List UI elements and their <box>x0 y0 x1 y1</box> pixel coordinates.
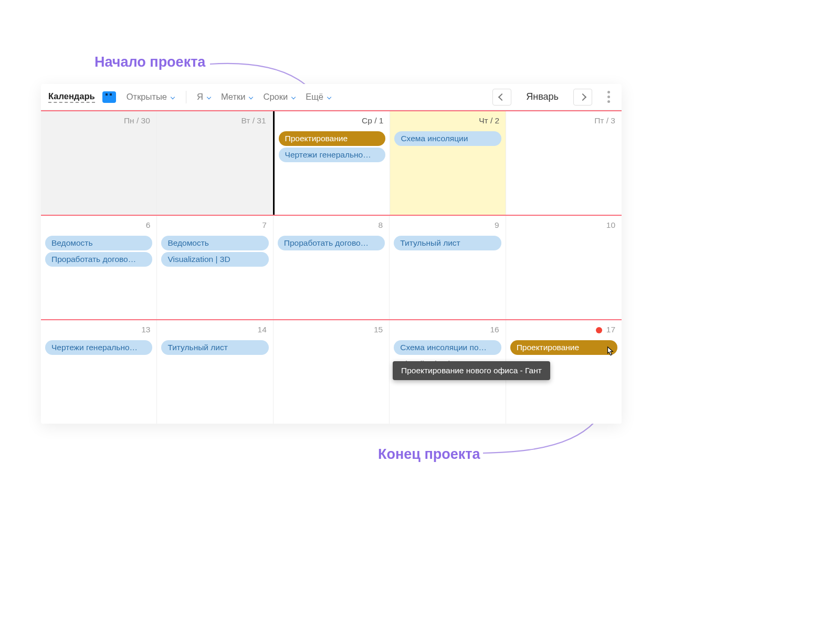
filter-tags-label: Метки <box>221 92 246 102</box>
current-month: Январь <box>526 91 559 102</box>
filter-dates-label: Сроки <box>263 92 288 102</box>
chevron-left-icon <box>498 93 506 100</box>
filter-open-label: Открытые <box>127 92 167 102</box>
filter-tags[interactable]: Метки <box>218 90 257 104</box>
calendar-row: 6ВедомостьПроработать догово…7ВедомостьV… <box>41 215 622 319</box>
day-label: Пн / 30 <box>44 114 153 130</box>
calendar-cell[interactable]: 9Титульный лист <box>390 216 506 319</box>
filter-me-label: Я <box>197 92 203 102</box>
calendar-cell[interactable]: 6ВедомостьПроработать догово… <box>41 216 157 319</box>
day-label: 15 <box>277 323 386 339</box>
day-label: 14 <box>160 323 269 339</box>
day-label: 7 <box>160 219 269 234</box>
filter-dates[interactable]: Сроки <box>260 90 299 104</box>
day-label: 6 <box>44 219 153 234</box>
calendar-cell[interactable]: Пт / 3 <box>506 111 622 215</box>
filter-open[interactable]: Открытые <box>123 90 178 104</box>
view-title[interactable]: Календарь <box>48 91 95 103</box>
day-label: Ср / 1 <box>278 114 387 130</box>
event-pill[interactable]: Ведомость <box>45 236 152 250</box>
separator <box>186 91 186 103</box>
calendar-cell[interactable]: Вт / 31 <box>157 111 273 215</box>
calendar-row: Пн / 30Вт / 31Ср / 1ПроектированиеЧертеж… <box>41 110 622 215</box>
event-tooltip: Проектирование нового офиса - Гант <box>393 361 550 380</box>
day-label: Пт / 3 <box>509 114 618 130</box>
event-pill[interactable]: Проработать догово… <box>278 236 385 250</box>
day-label: 17 <box>509 323 618 339</box>
calendar-cell[interactable]: Пн / 30 <box>41 111 157 215</box>
calendar-cell[interactable]: Ср / 1ПроектированиеЧертежи генерально… <box>273 111 391 215</box>
event-pill[interactable]: Схема инсоляции по… <box>394 340 501 355</box>
annotation-project-end: Конец проекта <box>378 446 480 463</box>
day-label: 8 <box>277 219 386 234</box>
day-label: Вт / 31 <box>160 114 269 130</box>
calendar-cell[interactable]: 15 <box>274 320 390 424</box>
event-pill[interactable]: Чертежи генерально… <box>45 340 152 355</box>
day-label: 10 <box>509 219 618 234</box>
chevron-down-icon <box>248 94 254 100</box>
next-month-button[interactable] <box>573 89 592 106</box>
event-pill[interactable]: Ведомость <box>161 236 268 250</box>
calendar-cell[interactable]: 10 <box>506 216 622 319</box>
chevron-down-icon <box>206 94 212 100</box>
event-pill[interactable]: Visualization | 3D <box>161 252 268 267</box>
calendar-cell[interactable]: 13Чертежи генерально… <box>41 320 157 424</box>
event-pill[interactable]: Титульный лист <box>161 340 268 355</box>
deadline-dot-icon <box>596 327 602 333</box>
event-pill[interactable]: Проектирование <box>510 340 617 355</box>
calendar-cell[interactable]: 14Титульный лист <box>157 320 273 424</box>
day-label: 16 <box>393 323 502 339</box>
event-pill[interactable]: Проработать догово… <box>45 252 152 267</box>
filter-more-label: Ещё <box>306 92 323 102</box>
filter-me[interactable]: Я <box>194 90 215 104</box>
filter-more[interactable]: Ещё <box>302 90 335 104</box>
calendar-cell[interactable]: 8Проработать догово… <box>274 216 390 319</box>
calendar-cell[interactable]: Чт / 2Схема инсоляции <box>390 111 506 215</box>
calendar-cell[interactable]: 7ВедомостьVisualization | 3D <box>157 216 273 319</box>
day-label: 9 <box>393 219 502 234</box>
chevron-right-icon <box>579 93 586 100</box>
event-pill[interactable]: Схема инсоляции <box>394 131 501 146</box>
chevron-down-icon <box>327 94 332 100</box>
event-pill[interactable]: Титульный лист <box>394 236 501 250</box>
day-label: 13 <box>44 323 153 339</box>
day-label: Чт / 2 <box>393 114 502 130</box>
annotation-project-start: Начало проекта <box>94 54 205 70</box>
event-pill[interactable]: Чертежи генерально… <box>279 148 386 162</box>
chevron-down-icon <box>170 94 175 100</box>
toolbar: Календарь Открытые Я Метки Сроки Ещё <box>41 84 622 110</box>
project-color-swatch[interactable] <box>102 91 116 103</box>
event-pill[interactable]: Проектирование <box>279 131 386 146</box>
chevron-down-icon <box>291 94 296 100</box>
prev-month-button[interactable] <box>492 89 511 106</box>
more-menu-button[interactable] <box>603 91 614 103</box>
